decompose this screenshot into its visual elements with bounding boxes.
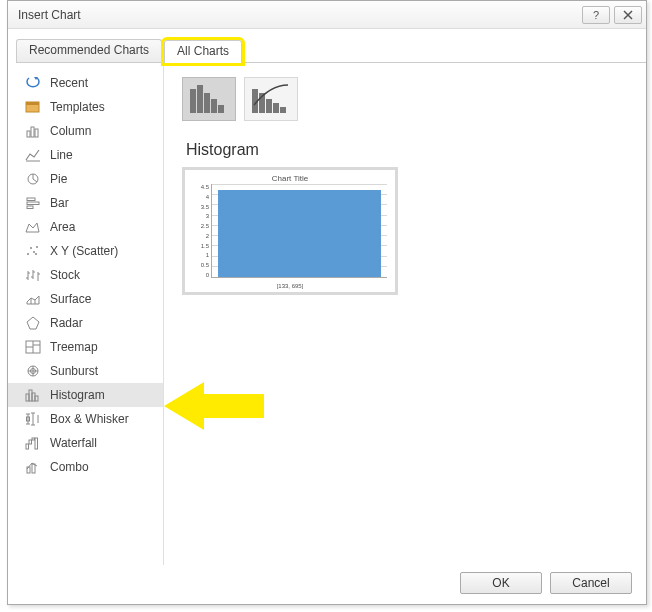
svg-point-9: [27, 253, 29, 255]
preview-bar: [218, 190, 381, 277]
svg-rect-2: [27, 131, 30, 137]
svg-rect-28: [190, 89, 196, 113]
category-label: Surface: [50, 292, 91, 306]
category-label: Stock: [50, 268, 80, 282]
waterfall-icon: [24, 435, 42, 451]
category-radar[interactable]: Radar: [8, 311, 163, 335]
svg-rect-3: [31, 127, 34, 137]
category-recent[interactable]: Recent: [8, 71, 163, 95]
cancel-button[interactable]: Cancel: [550, 572, 632, 594]
category-combo[interactable]: Combo: [8, 455, 163, 479]
category-label: Templates: [50, 100, 105, 114]
category-treemap[interactable]: Treemap: [8, 335, 163, 359]
combo-icon: [24, 459, 42, 475]
preview-title: Chart Title: [185, 174, 395, 183]
radar-icon: [24, 315, 42, 331]
treemap-icon: [24, 339, 42, 355]
svg-rect-31: [211, 99, 217, 113]
category-surface[interactable]: Surface: [8, 287, 163, 311]
category-label: Recent: [50, 76, 88, 90]
line-icon: [24, 147, 42, 163]
chart-subtype-panel: Histogram Chart Title 4.5 4 3.5 3 2.5 2 …: [164, 63, 646, 565]
histogram-icon: [24, 387, 42, 403]
svg-rect-20: [35, 396, 38, 401]
box-whisker-icon: [24, 411, 42, 427]
chart-preview[interactable]: Chart Title 4.5 4 3.5 3 2.5 2 1.5 1 0.5 …: [182, 167, 398, 295]
area-icon: [24, 219, 42, 235]
stock-icon: [24, 267, 42, 283]
svg-rect-29: [197, 85, 203, 113]
svg-rect-32: [218, 105, 224, 113]
svg-rect-25: [35, 438, 38, 449]
svg-rect-24: [32, 438, 35, 440]
svg-rect-36: [273, 103, 279, 113]
svg-rect-6: [27, 198, 35, 201]
bar-icon: [24, 195, 42, 211]
category-box-whisker[interactable]: Box & Whisker: [8, 407, 163, 431]
category-label: Radar: [50, 316, 83, 330]
category-label: Waterfall: [50, 436, 97, 450]
tab-all-charts[interactable]: All Charts: [164, 40, 242, 63]
category-templates[interactable]: Templates: [8, 95, 163, 119]
titlebar: Insert Chart ?: [8, 1, 646, 29]
svg-rect-1: [26, 102, 39, 105]
svg-rect-8: [27, 206, 33, 209]
category-column[interactable]: Column: [8, 119, 163, 143]
scatter-icon: [24, 243, 42, 259]
category-label: Bar: [50, 196, 69, 210]
surface-icon: [24, 291, 42, 307]
ok-button[interactable]: OK: [460, 572, 542, 594]
category-line[interactable]: Line: [8, 143, 163, 167]
insert-chart-dialog: Insert Chart ? Recommended Charts All Ch…: [7, 0, 647, 605]
category-label: Line: [50, 148, 73, 162]
category-pie[interactable]: Pie: [8, 167, 163, 191]
category-label: Column: [50, 124, 91, 138]
dialog-title: Insert Chart: [18, 8, 578, 22]
preview-y-axis: 4.5 4 3.5 3 2.5 2 1.5 1 0.5 0: [191, 184, 209, 278]
svg-rect-4: [35, 129, 38, 137]
tab-recommended[interactable]: Recommended Charts: [16, 39, 162, 62]
close-button[interactable]: [614, 6, 642, 24]
category-waterfall[interactable]: Waterfall: [8, 431, 163, 455]
svg-rect-35: [266, 99, 272, 113]
preview-x-label: [133, 695]: [185, 283, 395, 289]
category-stock[interactable]: Stock: [8, 263, 163, 287]
category-label: Area: [50, 220, 75, 234]
subtype-pareto[interactable]: [244, 77, 298, 121]
dialog-footer: OK Cancel: [460, 572, 632, 594]
svg-rect-30: [204, 93, 210, 113]
preview-plot-area: [211, 184, 387, 278]
templates-icon: [24, 99, 42, 115]
help-button[interactable]: ?: [582, 6, 610, 24]
svg-rect-37: [280, 107, 286, 113]
svg-rect-27: [32, 464, 35, 473]
svg-rect-7: [27, 202, 39, 205]
subtype-histogram[interactable]: [182, 77, 236, 121]
svg-rect-23: [29, 440, 32, 444]
category-label: X Y (Scatter): [50, 244, 118, 258]
svg-point-11: [33, 251, 35, 253]
category-label: Sunburst: [50, 364, 98, 378]
category-label: Pie: [50, 172, 67, 186]
category-label: Box & Whisker: [50, 412, 129, 426]
sunburst-icon: [24, 363, 42, 379]
category-scatter[interactable]: X Y (Scatter): [8, 239, 163, 263]
chart-category-list: Recent Templates Column Line Pie Bar: [8, 63, 164, 565]
category-area[interactable]: Area: [8, 215, 163, 239]
svg-rect-22: [26, 444, 29, 449]
section-title: Histogram: [186, 141, 646, 159]
category-sunburst[interactable]: Sunburst: [8, 359, 163, 383]
svg-point-13: [35, 253, 37, 255]
category-label: Treemap: [50, 340, 98, 354]
category-histogram[interactable]: Histogram: [8, 383, 163, 407]
svg-point-12: [36, 246, 38, 248]
category-label: Histogram: [50, 388, 105, 402]
pie-icon: [24, 171, 42, 187]
recent-icon: [24, 75, 42, 91]
tab-strip: Recommended Charts All Charts: [16, 39, 646, 63]
svg-point-10: [30, 247, 32, 249]
column-icon: [24, 123, 42, 139]
category-label: Combo: [50, 460, 89, 474]
category-bar[interactable]: Bar: [8, 191, 163, 215]
